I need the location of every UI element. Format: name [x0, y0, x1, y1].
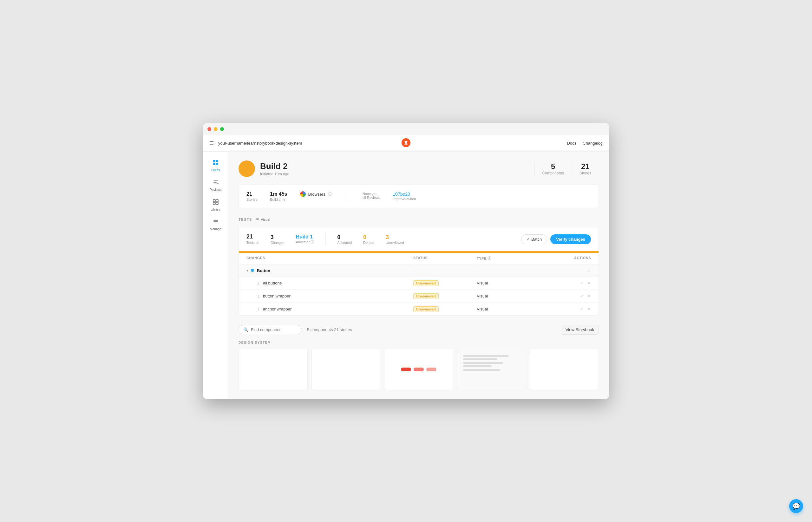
tests-actions: ✓ Batch Verify changes: [521, 234, 591, 244]
tests-number: 21: [246, 234, 259, 240]
thumbnail-3[interactable]: [384, 349, 453, 390]
sidebar-item-library[interactable]: Library: [205, 196, 226, 214]
close-button[interactable]: [207, 127, 211, 131]
design-system-label: DESIGN SYSTEM: [239, 341, 599, 344]
chat-fab-button[interactable]: 💬: [789, 499, 803, 513]
group-name: ▾ ⊞ Button: [246, 268, 413, 273]
thumbnails-grid: [239, 349, 599, 390]
build-avatar: [239, 160, 255, 177]
build-title: Build 2: [260, 161, 289, 171]
app-logo: [401, 138, 411, 148]
story-type: Visual: [477, 294, 540, 298]
deny-story-icon[interactable]: ✕: [587, 280, 591, 285]
info-stories: 21 Stories: [246, 191, 257, 201]
branch-link[interactable]: 107be20: [393, 192, 410, 197]
stories-info-label: Stories: [246, 198, 257, 201]
changelog-link[interactable]: Changelog: [583, 141, 603, 145]
sidebar-item-manage[interactable]: Manage: [205, 216, 226, 234]
stories-value: 21: [246, 191, 257, 197]
chrome-icon: [300, 191, 306, 197]
thumbnail-1[interactable]: [239, 349, 308, 390]
search-icon: 🔍: [243, 327, 249, 332]
build-stat-components: 5 Components: [534, 162, 572, 175]
thumb-content-1: [239, 349, 308, 390]
story-name-anchor-wrapper: ◫ anchor wrapper: [246, 307, 413, 312]
changes-header: Changes Status Type ⓘ Actions: [239, 253, 598, 265]
view-storybook-button[interactable]: View Storybook: [561, 325, 599, 335]
stat-tests: 21 Tests ⓘ: [246, 234, 259, 245]
unreviewed-label: Unreviewed: [386, 241, 404, 244]
count-label: 5 components 21 stories: [307, 327, 352, 332]
ancestor-link[interactable]: Build 1: [296, 234, 314, 240]
topbar: ☰ your-username/learnstorybook-design-sy…: [203, 135, 609, 152]
accept-icon[interactable]: ✓: [587, 268, 591, 273]
topbar-links: Docs Changelog: [567, 141, 603, 145]
accept-story-icon[interactable]: ✓: [580, 306, 584, 312]
col-status: Status: [413, 256, 477, 261]
thumbnail-5[interactable]: [530, 349, 599, 390]
unreviewed-badge: Unreviewed: [413, 280, 439, 286]
stories-label: Stories: [579, 171, 591, 175]
accept-story-icon[interactable]: ✓: [580, 280, 584, 285]
chevron-down-icon[interactable]: ▾: [246, 269, 248, 273]
sidebar: Builds Reviews Library Manage: [203, 152, 229, 399]
sidebar-item-builds[interactable]: Builds: [205, 157, 226, 175]
group-actions: ✓: [540, 268, 591, 273]
table-row: ◫ anchor wrapper Unreviewed Visual ✓ ✕: [239, 303, 598, 316]
tests-card: 21 Tests ⓘ 3 Changes Build 1 Ancestor: [239, 227, 599, 316]
info-branch: 107be20 improve-button: [393, 191, 416, 201]
table-row: ◫ button wrapper Unreviewed Visual ✓ ✕: [239, 289, 598, 303]
deny-story-icon[interactable]: ✕: [587, 306, 591, 312]
story-actions: ✓ ✕: [540, 293, 591, 298]
titlebar: [203, 123, 609, 135]
tests-section-title: TESTS 👁 Visual: [239, 217, 599, 222]
deny-story-icon[interactable]: ✕: [587, 293, 591, 298]
svg-rect-3: [216, 160, 218, 162]
story-actions: ✓ ✕: [540, 280, 591, 285]
thumb-content-5: [530, 349, 598, 390]
tests-summary: 21 Tests ⓘ 3 Changes Build 1 Ancestor: [239, 227, 598, 251]
main-content: Build 2 Initiated 10m ago 5 Components 2…: [229, 152, 609, 399]
maximize-button[interactable]: [220, 127, 224, 131]
stat-unreviewed: 3 Unreviewed: [386, 234, 404, 244]
story-name-button-wrapper: ◫ button wrapper: [246, 294, 413, 298]
changes-group-row: ▾ ⊞ Button -- -- ✓: [239, 265, 598, 277]
reviews-label: Reviews: [210, 188, 222, 192]
story-label: anchor wrapper: [263, 307, 292, 312]
thumbnail-4[interactable]: [457, 349, 526, 390]
build-stat-stories: 21 Stories: [572, 162, 599, 175]
story-icon: ◫: [257, 281, 260, 285]
thumb-content-2: [312, 349, 380, 390]
builds-icon: [213, 160, 219, 167]
stories-count: 21: [579, 162, 591, 171]
search-bar-row: 🔍 5 components 21 stories View Storybook: [239, 325, 599, 335]
info-divider: [347, 191, 347, 201]
docs-link[interactable]: Docs: [567, 141, 576, 145]
topbar-title: your-username/learnstorybook-design-syst…: [218, 141, 302, 145]
build-time-label: Build time: [270, 198, 287, 201]
search-input[interactable]: [251, 327, 297, 332]
tests-label: Tests ⓘ: [246, 240, 259, 245]
col-actions: Actions: [540, 256, 591, 261]
thumbnail-2[interactable]: [312, 349, 381, 390]
story-status: Unreviewed: [413, 307, 477, 312]
menu-icon[interactable]: ☰: [209, 140, 214, 146]
svg-rect-2: [213, 160, 215, 162]
story-actions: ✓ ✕: [540, 306, 591, 312]
accept-story-icon[interactable]: ✓: [580, 293, 584, 298]
info-ui-reviews: None yet UI Reviews: [362, 191, 380, 201]
minimize-button[interactable]: [214, 127, 218, 131]
component-group-icon: ⊞: [251, 268, 254, 273]
build-header: Build 2 Initiated 10m ago 5 Components 2…: [239, 160, 599, 177]
col-changes: Changes: [246, 256, 413, 261]
thumb-content-3: [384, 349, 453, 390]
traffic-lights: [207, 127, 224, 131]
batch-button[interactable]: ✓ Batch: [521, 234, 547, 244]
build-info: Build 2 Initiated 10m ago: [260, 161, 289, 176]
ui-reviews-label: UI Reviews: [362, 196, 380, 199]
group-label: Button: [257, 268, 270, 273]
verify-changes-button[interactable]: Verify changes: [550, 234, 591, 244]
changes-label: Changes: [271, 241, 284, 244]
sidebar-item-reviews[interactable]: Reviews: [205, 176, 226, 195]
stat-accepted: 0 Accepted: [337, 234, 352, 244]
